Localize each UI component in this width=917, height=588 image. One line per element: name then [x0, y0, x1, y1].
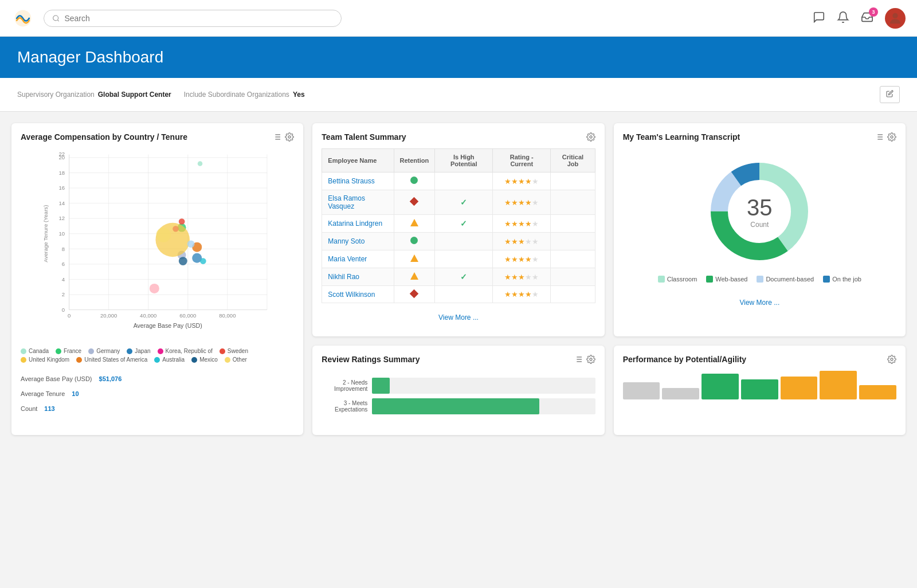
employee-link[interactable]: Elsa Ramos Vasquez [328, 194, 365, 210]
table-row: Nikhil Rao✓★★★★★ [322, 268, 595, 286]
perf-bar-5 [781, 377, 818, 399]
critical-job-cell [551, 233, 595, 250]
star-empty: ★ [532, 198, 539, 207]
svg-point-60 [590, 136, 592, 138]
star-filled: ★ [518, 177, 525, 186]
talent-card: Team Talent Summary Employee Name Retent… [312, 123, 604, 336]
legend-korea: Korea, Republic of [158, 348, 213, 354]
talent-view-more[interactable]: View More ... [322, 308, 595, 327]
critical-job-cell [551, 215, 595, 233]
bar-fill-2 [372, 398, 539, 414]
star-empty: ★ [525, 273, 532, 281]
perf-bar-7 [859, 385, 896, 399]
inbox-badge: 3 [869, 7, 878, 17]
retention-cell [394, 190, 435, 215]
avatar[interactable] [885, 8, 906, 29]
legend-dot-documentbased [757, 276, 763, 283]
svg-point-8 [288, 136, 291, 138]
legend-onthejob: On the job [823, 276, 861, 283]
critical-job-cell [551, 250, 595, 268]
review-settings-icon[interactable] [586, 355, 595, 364]
high-potential-cell [435, 286, 493, 303]
legend-us: United States of America [76, 356, 147, 363]
star-filled: ★ [518, 219, 525, 228]
star-filled: ★ [504, 219, 511, 228]
search-bar[interactable] [44, 10, 342, 27]
star-empty: ★ [532, 273, 539, 281]
sub-value: Yes [293, 91, 305, 99]
search-input[interactable] [64, 14, 333, 23]
svg-text:0: 0 [68, 312, 70, 319]
workday-logo[interactable] [11, 7, 34, 30]
table-row: Katarina Lindgren✓★★★★★ [322, 215, 595, 233]
svg-text:8: 8 [62, 246, 65, 252]
employee-link[interactable]: Bettina Strauss [328, 177, 374, 185]
employee-name-cell: Katarina Lindgren [322, 215, 394, 233]
compensation-card: Average Compensation by Country / Tenure [11, 123, 303, 435]
employee-link[interactable]: Nikhil Rao [328, 273, 359, 281]
review-bars: 2 - NeedsImprovement 3 - MeetsExpectatio… [322, 371, 595, 426]
bar-fill-1 [372, 378, 390, 394]
critical-job-cell [551, 173, 595, 190]
svg-text:2: 2 [62, 291, 65, 297]
svg-point-47 [198, 161, 203, 166]
svg-point-0 [53, 15, 58, 20]
main-content: Average Compensation by Country / Tenure [0, 112, 917, 446]
rating-cell: ★★★★★ [493, 233, 551, 250]
learning-view-more[interactable]: View More ... [623, 293, 896, 312]
critical-job-cell [551, 268, 595, 286]
svg-text:22: 22 [59, 151, 65, 157]
message-icon[interactable] [813, 11, 825, 25]
rating-cell: ★★★★★ [493, 173, 551, 190]
bar-row-2: 3 - MeetsExpectations [322, 398, 595, 414]
performance-settings-icon[interactable] [887, 355, 896, 364]
compensation-stats: Average Base Pay (USD) $51,076 Average T… [21, 370, 294, 412]
settings-icon[interactable] [285, 132, 294, 142]
star-filled: ★ [504, 273, 511, 281]
legend-dot-webbased [706, 276, 713, 283]
retention-diamond-red [410, 289, 419, 298]
employee-link[interactable]: Maria Venter [328, 255, 367, 263]
legend-dot-japan [127, 348, 132, 354]
star-empty: ★ [525, 237, 532, 246]
star-filled: ★ [525, 219, 532, 228]
high-potential-check: ✓ [460, 272, 467, 281]
svg-text:10: 10 [59, 230, 65, 237]
retention-triangle-yellow [410, 219, 418, 226]
star-filled: ★ [511, 198, 518, 207]
legend-classroom: Classroom [658, 276, 697, 283]
star-empty: ★ [532, 255, 539, 264]
high-potential-cell: ✓ [435, 268, 493, 286]
review-filter-icon[interactable] [574, 355, 583, 364]
talent-settings-icon[interactable] [586, 132, 595, 142]
learning-settings-icon[interactable] [887, 132, 896, 142]
star-filled: ★ [525, 198, 532, 207]
svg-text:18: 18 [59, 170, 65, 176]
employee-link[interactable]: Manny Soto [328, 237, 365, 245]
donut-count: 35 [747, 195, 773, 221]
retention-diamond-red [410, 197, 419, 206]
scatter-chart-area: 0 2 4 6 8 10 12 14 16 18 20 22 0 20,000 … [21, 148, 294, 343]
sub-label: Include Subordinate Organizations [184, 91, 289, 99]
bar-label-1: 2 - NeedsImprovement [322, 379, 367, 392]
learning-filter-icon[interactable] [875, 132, 884, 142]
star-empty: ★ [532, 290, 539, 299]
donut-center: 35 Count [747, 195, 773, 229]
org-value: Global Support Center [98, 91, 171, 99]
bar-row-1: 2 - NeedsImprovement [322, 378, 595, 394]
svg-point-79 [590, 358, 592, 360]
notification-icon[interactable] [837, 11, 849, 25]
perf-bar-6 [820, 371, 857, 399]
employee-link[interactable]: Katarina Lindgren [328, 219, 382, 228]
star-filled: ★ [504, 177, 511, 186]
col-retention: Retention [394, 149, 435, 173]
employee-link[interactable]: Scott Wilkinson [328, 291, 375, 299]
inbox-icon[interactable]: 3 [861, 11, 873, 25]
perf-bar-4 [741, 379, 778, 399]
page-title: Manager Dashboard [17, 48, 900, 66]
employee-name-cell: Maria Venter [322, 250, 394, 268]
edit-button[interactable] [880, 86, 900, 103]
star-filled: ★ [518, 273, 525, 281]
filter-icon[interactable] [272, 132, 281, 142]
svg-point-59 [187, 240, 195, 248]
